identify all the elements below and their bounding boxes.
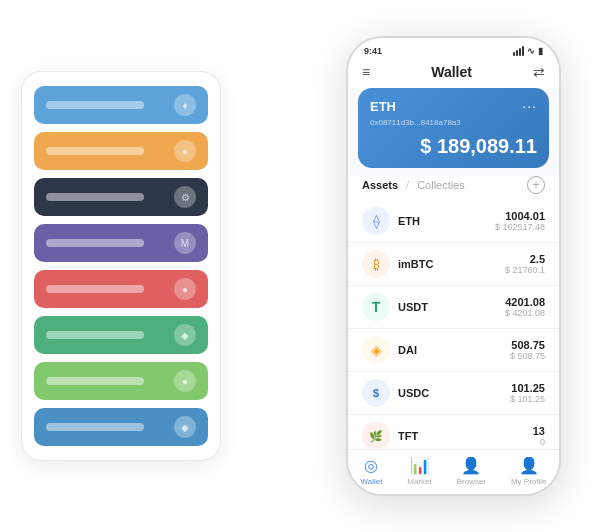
card-line [46, 239, 144, 247]
asset-amounts: 508.75 $ 508.75 [510, 339, 545, 361]
table-row[interactable]: $ USDC 101.25 $ 101.25 [348, 372, 559, 415]
scene: ♦ ● ⚙ M ● ◆ ● ◆ [21, 21, 581, 511]
tab-assets[interactable]: Assets [362, 179, 398, 191]
asset-name: DAI [398, 344, 510, 356]
asset-value: 0 [533, 437, 545, 447]
eth-card-header: ETH ··· [370, 98, 537, 114]
tft-icon: 🌿 [362, 422, 390, 449]
asset-value: $ 101.25 [510, 394, 545, 404]
usdt-icon: T [362, 293, 390, 321]
status-time: 9:41 [364, 46, 382, 56]
nav-label-browser: Browser [457, 477, 486, 486]
card-line [46, 101, 144, 109]
eth-address: 0x08711d3b...8418a78a3 [370, 118, 537, 127]
eth-label: ETH [370, 99, 396, 114]
eth-icon: ⟠ [362, 207, 390, 235]
page-title: Wallet [431, 64, 472, 80]
asset-amounts: 13 0 [533, 425, 545, 447]
asset-value: $ 21760.1 [505, 265, 545, 275]
market-nav-icon: 📊 [410, 456, 430, 475]
asset-amount: 101.25 [510, 382, 545, 394]
tab-separator: / [406, 179, 409, 191]
card-line [46, 193, 144, 201]
asset-name: USDC [398, 387, 510, 399]
nav-item-browser[interactable]: 👤 Browser [457, 456, 486, 486]
card-line [46, 285, 144, 293]
card-stack: ♦ ● ⚙ M ● ◆ ● ◆ [21, 71, 221, 461]
phone-header: ≡ Wallet ⇄ [348, 60, 559, 88]
asset-value: $ 508.75 [510, 351, 545, 361]
list-item[interactable]: ● [34, 132, 208, 170]
card-line [46, 423, 144, 431]
asset-name: USDT [398, 301, 505, 313]
battery-icon: ▮ [538, 46, 543, 56]
list-item[interactable]: ◆ [34, 316, 208, 354]
asset-amount: 2.5 [505, 253, 545, 265]
card-icon: ● [174, 370, 196, 392]
nav-label-market: Market [407, 477, 431, 486]
scan-icon[interactable]: ⇄ [533, 64, 545, 80]
add-asset-button[interactable]: + [527, 176, 545, 194]
table-row[interactable]: T USDT 4201.08 $ 4201.08 [348, 286, 559, 329]
wallet-nav-icon: ◎ [364, 456, 378, 475]
asset-list: ⟠ ETH 1004.01 $ 162517.48 ₿ imBTC 2.5 $ … [348, 200, 559, 449]
nav-item-wallet[interactable]: ◎ Wallet [360, 456, 382, 486]
asset-amount: 1004.01 [495, 210, 545, 222]
assets-tabs: Assets / Collecties [362, 179, 465, 191]
asset-amounts: 101.25 $ 101.25 [510, 382, 545, 404]
asset-value: $ 4201.08 [505, 308, 545, 318]
card-icon: M [174, 232, 196, 254]
signal-icon [513, 46, 524, 56]
profile-nav-icon: 👤 [519, 456, 539, 475]
card-icon: ● [174, 278, 196, 300]
eth-card[interactable]: ETH ··· 0x08711d3b...8418a78a3 $ 189,089… [358, 88, 549, 168]
status-bar: 9:41 ∿ ▮ [348, 38, 559, 60]
card-icon: ● [174, 140, 196, 162]
imbtc-icon: ₿ [362, 250, 390, 278]
bottom-nav: ◎ Wallet 📊 Market 👤 Browser 👤 My Profile [348, 449, 559, 494]
table-row[interactable]: ₿ imBTC 2.5 $ 21760.1 [348, 243, 559, 286]
asset-amount: 4201.08 [505, 296, 545, 308]
table-row[interactable]: ⟠ ETH 1004.01 $ 162517.48 [348, 200, 559, 243]
asset-value: $ 162517.48 [495, 222, 545, 232]
asset-amounts: 2.5 $ 21760.1 [505, 253, 545, 275]
card-icon: ♦ [174, 94, 196, 116]
card-icon: ◆ [174, 324, 196, 346]
assets-header: Assets / Collecties + [348, 176, 559, 200]
list-item[interactable]: M [34, 224, 208, 262]
card-line [46, 331, 144, 339]
dai-icon: ◈ [362, 336, 390, 364]
nav-label-wallet: Wallet [360, 477, 382, 486]
asset-name: TFT [398, 430, 533, 442]
card-icon: ⚙ [174, 186, 196, 208]
card-line [46, 377, 144, 385]
menu-icon[interactable]: ≡ [362, 64, 370, 80]
list-item[interactable]: ● [34, 270, 208, 308]
list-item[interactable]: ◆ [34, 408, 208, 446]
status-icons: ∿ ▮ [513, 46, 543, 56]
card-icon: ◆ [174, 416, 196, 438]
card-line [46, 147, 144, 155]
list-item[interactable]: ● [34, 362, 208, 400]
browser-nav-icon: 👤 [461, 456, 481, 475]
nav-item-profile[interactable]: 👤 My Profile [511, 456, 547, 486]
usdc-icon: $ [362, 379, 390, 407]
asset-amounts: 1004.01 $ 162517.48 [495, 210, 545, 232]
tab-collecties[interactable]: Collecties [417, 179, 465, 191]
list-item[interactable]: ♦ [34, 86, 208, 124]
table-row[interactable]: ◈ DAI 508.75 $ 508.75 [348, 329, 559, 372]
asset-amount: 508.75 [510, 339, 545, 351]
asset-amount: 13 [533, 425, 545, 437]
asset-name: imBTC [398, 258, 505, 270]
phone-frame: 9:41 ∿ ▮ ≡ Wallet ⇄ ETH ··· [346, 36, 561, 496]
eth-balance: $ 189,089.11 [370, 135, 537, 158]
asset-amounts: 4201.08 $ 4201.08 [505, 296, 545, 318]
table-row[interactable]: 🌿 TFT 13 0 [348, 415, 559, 449]
asset-name: ETH [398, 215, 495, 227]
nav-item-market[interactable]: 📊 Market [407, 456, 431, 486]
wifi-icon: ∿ [527, 46, 535, 56]
eth-more-button[interactable]: ··· [522, 98, 537, 114]
list-item[interactable]: ⚙ [34, 178, 208, 216]
nav-label-profile: My Profile [511, 477, 547, 486]
